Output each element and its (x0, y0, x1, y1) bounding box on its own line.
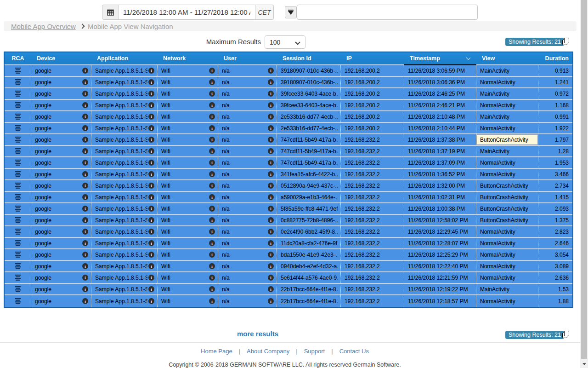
view-cell[interactable]: MainActivity (476, 65, 538, 76)
scrollbar-down-button[interactable] (580, 360, 588, 368)
info-icon[interactable]: i (148, 206, 154, 212)
info-icon[interactable]: i (209, 160, 215, 166)
info-icon[interactable]: i (268, 275, 274, 281)
col-header-network[interactable]: Network (158, 52, 218, 64)
rca-details-icon[interactable] (14, 240, 22, 246)
rca-details-icon[interactable] (14, 137, 22, 143)
info-icon[interactable]: i (82, 217, 88, 223)
table-row[interactable]: google i Sample App.1.8.5.1-SN i Wifi i … (5, 284, 572, 295)
info-icon[interactable]: i (268, 194, 274, 200)
rca-details-icon[interactable] (14, 275, 22, 281)
table-row[interactable]: google i Sample App.1.8.5.1-SN i Wifi i … (5, 226, 572, 238)
rca-details-icon[interactable] (14, 148, 22, 154)
more-results-link[interactable]: more results (0, 330, 515, 338)
info-icon[interactable]: i (268, 102, 274, 108)
table-row[interactable]: google i Sample App.1.8.5.1-SN i Wifi i … (5, 111, 572, 123)
info-icon[interactable]: i (268, 137, 274, 143)
view-cell[interactable]: NormalActivity (476, 100, 538, 110)
info-icon[interactable]: i (148, 286, 154, 292)
info-icon[interactable]: i (209, 286, 215, 292)
info-icon[interactable]: i (268, 68, 274, 74)
view-cell[interactable]: NormalActivity (476, 169, 538, 179)
table-row[interactable]: google i Sample App.1.8.5.1-SN i Wifi i … (5, 238, 572, 249)
rca-details-icon[interactable] (14, 171, 22, 177)
rca-details-icon[interactable] (14, 114, 22, 120)
info-icon[interactable]: i (268, 160, 274, 166)
view-cell[interactable]: NormalActivity (476, 238, 538, 248)
scrollbar-thumb[interactable] (581, 0, 587, 359)
rca-details-icon[interactable] (14, 286, 22, 292)
rca-details-icon[interactable] (14, 252, 22, 258)
info-icon[interactable]: i (82, 275, 88, 281)
max-results-select[interactable]: 100 (265, 35, 305, 49)
info-icon[interactable]: i (209, 298, 215, 304)
info-icon[interactable]: i (148, 217, 154, 223)
table-row[interactable]: google i Sample App.1.8.5.1-SN i Wifi i … (5, 169, 572, 180)
rca-details-icon[interactable] (14, 229, 22, 235)
info-icon[interactable]: i (268, 91, 274, 97)
info-icon[interactable]: i (209, 125, 215, 131)
info-icon[interactable]: i (209, 91, 215, 97)
col-header-timestamp[interactable]: Timestamp (404, 52, 476, 64)
rca-details-icon[interactable] (14, 194, 22, 200)
calendar-button[interactable] (102, 5, 119, 20)
rca-details-icon[interactable] (14, 68, 22, 74)
info-icon[interactable]: i (209, 102, 215, 108)
table-row[interactable]: google i Sample App.1.8.5.1-SN i Wifi i … (5, 123, 572, 134)
info-icon[interactable]: i (209, 137, 215, 143)
info-icon[interactable]: i (82, 102, 88, 108)
info-icon[interactable]: i (268, 298, 274, 304)
view-cell[interactable]: ButtonCrashActivity (476, 180, 538, 191)
col-header-user[interactable]: User (218, 52, 277, 64)
info-icon[interactable]: i (148, 125, 154, 131)
rca-details-icon[interactable] (14, 79, 22, 85)
info-icon[interactable]: i (268, 263, 274, 269)
view-cell[interactable]: ButtonCrashActivity (476, 134, 538, 145)
info-icon[interactable]: i (82, 137, 88, 143)
info-icon[interactable]: i (82, 194, 88, 200)
filter-button[interactable] (285, 6, 297, 18)
export-copy-icon-bottom[interactable] (562, 331, 570, 339)
view-cell[interactable]: NormalActivity (476, 272, 538, 283)
info-icon[interactable]: i (268, 217, 274, 223)
table-row[interactable]: google i Sample App.1.8.5.1-SN i Wifi i … (5, 157, 572, 169)
rca-details-icon[interactable] (14, 91, 22, 97)
date-range-input[interactable] (119, 5, 255, 20)
info-icon[interactable]: i (268, 206, 274, 212)
info-icon[interactable]: i (268, 125, 274, 131)
info-icon[interactable]: i (268, 79, 274, 85)
table-row[interactable]: google i Sample App.1.8.5.1-SN i Wifi i … (5, 272, 572, 284)
info-icon[interactable]: i (82, 160, 88, 166)
info-icon[interactable]: i (209, 206, 215, 212)
col-header-session-id[interactable]: Session Id (277, 52, 341, 64)
table-row[interactable]: google i Sample App.1.8.5.1-SN i Wifi i … (5, 192, 572, 203)
table-row[interactable]: google i Sample App.1.8.5.1-SN i Wifi i … (5, 203, 572, 215)
table-row[interactable]: google i Sample App.1.8.5.1-SN i Wifi i … (5, 146, 572, 157)
info-icon[interactable]: i (82, 91, 88, 97)
info-icon[interactable]: i (148, 298, 154, 304)
view-cell[interactable]: NormalActivity (476, 77, 538, 87)
rca-details-icon[interactable] (14, 160, 22, 166)
rca-details-icon[interactable] (14, 206, 22, 212)
view-cell[interactable]: NormalActivity (476, 295, 538, 307)
rca-details-icon[interactable] (14, 125, 22, 131)
info-icon[interactable]: i (82, 286, 88, 292)
info-icon[interactable]: i (209, 171, 215, 177)
info-icon[interactable]: i (268, 171, 274, 177)
table-row[interactable]: google i Sample App.1.8.5.1-SN i Wifi i … (5, 295, 572, 307)
footer-link-support[interactable]: Support (304, 348, 325, 355)
table-row[interactable]: google i Sample App.1.8.5.1-SN i Wifi i … (5, 215, 572, 226)
export-copy-icon[interactable] (562, 38, 570, 46)
filter-input[interactable] (297, 5, 478, 20)
info-icon[interactable]: i (82, 229, 88, 235)
rca-details-icon[interactable] (14, 263, 22, 269)
info-icon[interactable]: i (268, 286, 274, 292)
info-icon[interactable]: i (82, 240, 88, 246)
info-icon[interactable]: i (268, 252, 274, 258)
info-icon[interactable]: i (82, 252, 88, 258)
view-cell[interactable]: MainActivity (476, 284, 538, 294)
info-icon[interactable]: i (82, 148, 88, 154)
info-icon[interactable]: i (148, 79, 154, 85)
info-icon[interactable]: i (148, 263, 154, 269)
col-header-rca[interactable]: RCA (5, 52, 31, 64)
